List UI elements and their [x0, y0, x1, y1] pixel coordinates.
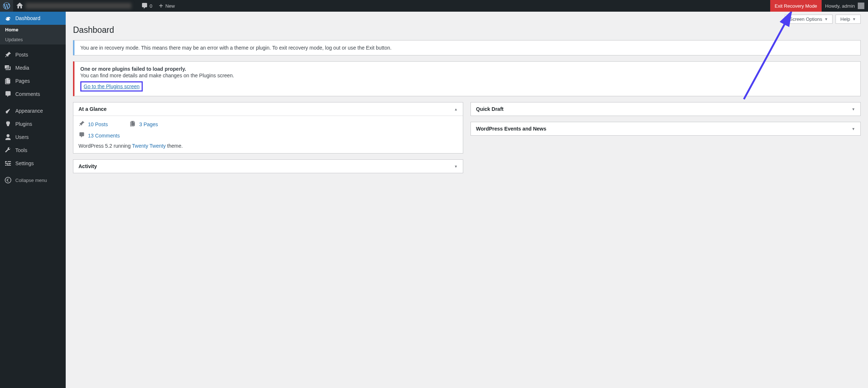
plugin-error-sub: You can find more details and make chang…: [80, 73, 854, 78]
avatar: [858, 3, 864, 9]
howdy-text: Howdy, admin: [825, 3, 855, 9]
main-content: Screen Options ▼ Help ▼ Dashboard You ar…: [66, 12, 868, 388]
comment-icon: [141, 2, 148, 9]
quick-draft-toggle[interactable]: Quick Draft ▼: [471, 102, 860, 116]
submenu-updates[interactable]: Updates: [0, 35, 66, 44]
at-a-glance-toggle[interactable]: At a Glance ▲: [73, 102, 463, 116]
pin-icon: [78, 120, 85, 128]
page-title: Dashboard: [73, 25, 861, 35]
at-a-glance-panel: At a Glance ▲ 10 Posts 3 Pages: [73, 102, 463, 154]
user-icon: [4, 133, 12, 141]
plugin-error-notice: One or more plugins failed to load prope…: [73, 61, 861, 96]
wp-logo-menu[interactable]: [0, 0, 13, 12]
menu-tools[interactable]: Tools: [0, 144, 66, 157]
active-theme-link[interactable]: Twenty Twenty: [132, 143, 166, 149]
menu-settings[interactable]: Settings: [0, 157, 66, 170]
comment-icon: [78, 132, 85, 139]
menu-plugins[interactable]: Plugins: [0, 117, 66, 131]
site-name-blurred: [26, 3, 131, 9]
menu-pages[interactable]: Pages: [0, 74, 66, 88]
glance-comments[interactable]: 13 Comments: [78, 132, 120, 139]
menu-comments[interactable]: Comments: [0, 88, 66, 101]
menu-media[interactable]: Media: [0, 61, 66, 74]
new-label: New: [165, 3, 175, 9]
plugin-error-link-highlight: Go to the Plugins screen: [80, 81, 143, 92]
activity-toggle[interactable]: Activity ▼: [73, 160, 463, 173]
brush-icon: [4, 107, 12, 115]
plug-icon: [4, 120, 12, 128]
wordpress-logo-icon: [3, 2, 10, 9]
exit-recovery-mode-button[interactable]: Exit Recovery Mode: [770, 0, 821, 12]
svg-point-0: [5, 177, 11, 183]
recovery-mode-notice: You are in recovery mode. This means the…: [73, 40, 861, 55]
menu-appearance[interactable]: Appearance: [0, 104, 66, 117]
site-name-link[interactable]: [13, 0, 134, 12]
menu-posts[interactable]: Posts: [0, 48, 66, 61]
chevron-down-icon: ▼: [852, 127, 855, 131]
wrench-icon: [4, 147, 12, 154]
account-menu[interactable]: Howdy, admin: [822, 0, 868, 12]
pages-icon: [130, 120, 136, 128]
submenu-dashboard: Home Updates: [0, 25, 66, 44]
sliders-icon: [4, 160, 12, 167]
chevron-down-icon: ▼: [824, 17, 828, 21]
glance-pages[interactable]: 3 Pages: [130, 120, 158, 128]
chevron-up-icon: ▲: [454, 107, 458, 111]
glance-posts[interactable]: 10 Posts: [78, 120, 108, 128]
new-content-link[interactable]: + New: [155, 0, 178, 12]
menu-dashboard[interactable]: Dashboard: [0, 12, 66, 25]
collapse-menu[interactable]: Collapse menu: [0, 174, 66, 187]
go-to-plugins-link[interactable]: Go to the Plugins screen: [84, 84, 139, 89]
activity-panel: Activity ▼: [73, 159, 463, 173]
help-toggle[interactable]: Help ▼: [836, 15, 861, 24]
media-icon: [4, 64, 12, 71]
menu-users[interactable]: Users: [0, 131, 66, 144]
plus-icon: +: [159, 2, 163, 9]
comment-icon: [4, 90, 12, 98]
submenu-home[interactable]: Home: [0, 25, 66, 35]
events-news-toggle[interactable]: WordPress Events and News ▼: [471, 122, 860, 135]
admin-bar: 0 + New Exit Recovery Mode Howdy, admin: [0, 0, 868, 12]
comment-count: 0: [150, 3, 152, 9]
screen-options-toggle[interactable]: Screen Options ▼: [785, 15, 833, 24]
admin-sidebar: Dashboard Home Updates Posts Media Pages…: [0, 12, 66, 388]
collapse-icon: [4, 176, 12, 184]
home-icon: [16, 2, 23, 9]
quick-draft-panel: Quick Draft ▼: [471, 102, 861, 116]
plugin-error-title: One or more plugins failed to load prope…: [80, 66, 854, 72]
comments-bubble-link[interactable]: 0: [138, 0, 155, 12]
pin-icon: [4, 51, 12, 58]
events-news-panel: WordPress Events and News ▼: [471, 122, 861, 136]
wp-version-line: WordPress 5.2 running Twenty Twenty them…: [78, 143, 458, 149]
dashboard-icon: [4, 15, 12, 22]
chevron-down-icon: ▼: [454, 164, 458, 168]
chevron-down-icon: ▼: [852, 17, 856, 21]
pages-icon: [4, 77, 12, 85]
chevron-down-icon: ▼: [852, 107, 855, 111]
